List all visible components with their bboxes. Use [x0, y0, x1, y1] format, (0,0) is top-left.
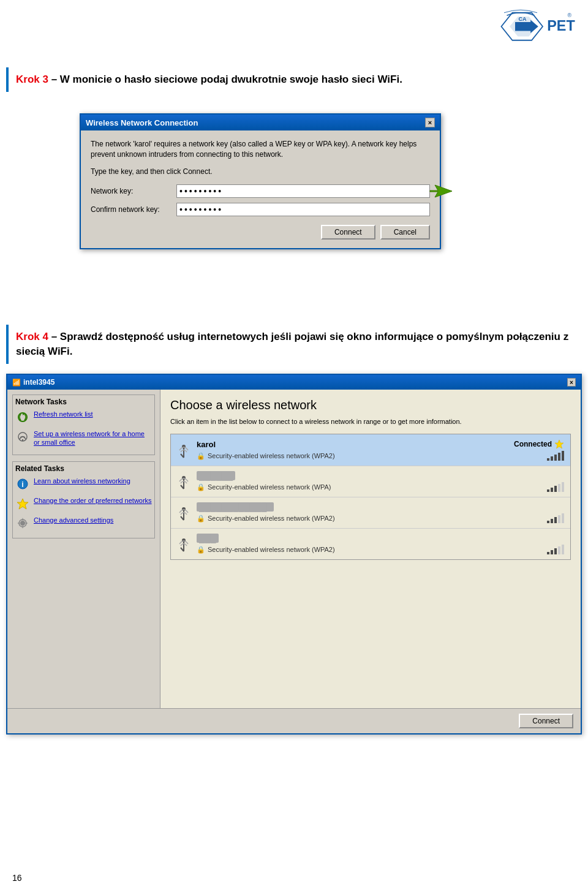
right-panel: Choose a wireless network Click an item … [160, 390, 581, 708]
titlebar-left: 📶 intel3945 [12, 378, 55, 387]
dialog-description: The network 'karol' requires a network k… [91, 139, 430, 160]
bar1 [547, 458, 549, 461]
bar3 [554, 548, 557, 554]
bar2 [551, 488, 553, 492]
network-name-3-blurred: ████████████T [197, 502, 274, 512]
related-tasks-title: Related Tasks [15, 464, 152, 473]
network-name-karol: karol [197, 440, 216, 449]
confirm-key-input-wrap [176, 203, 430, 216]
network-item-karol[interactable]: karol Connected 🔒 Security-enabled wirel… [171, 434, 570, 466]
intel3945-window: 📶 intel3945 × Network Tasks [6, 374, 582, 735]
dialog-body: The network 'karol' requires a network k… [81, 130, 440, 248]
bar5-dim [562, 513, 564, 523]
bar3 [554, 455, 557, 461]
bar4-dim [558, 484, 560, 492]
star-icon [15, 496, 30, 511]
step3-text: – W monicie o hasło sieciowe podaj dwukr… [48, 74, 402, 85]
network-item-2[interactable]: ██████ 🔒 Security-enabled wireless netwo… [171, 466, 570, 497]
choose-description: Click an item in the list below to conne… [170, 417, 571, 426]
task-setup-label: Set up a wireless network for a home or … [34, 429, 152, 447]
bar2 [551, 550, 553, 554]
dialog-close-button[interactable]: × [425, 118, 435, 127]
bar1 [547, 521, 549, 523]
network-item-3[interactable]: ████████████T 🔒 Security-enabled wireles… [171, 497, 570, 529]
wifi-antenna-icon-3 [177, 504, 190, 521]
network-key-row: Network key: [91, 184, 430, 198]
settings-icon [15, 516, 30, 531]
task-change-order[interactable]: Change the order of preferred networks [15, 496, 152, 511]
dialog-title: Wireless Network Connection [86, 118, 198, 127]
network-info-karol: karol Connected 🔒 Security-enabled wirel… [197, 439, 564, 461]
network-type-4: 🔒 Security-enabled wireless network (WPA… [197, 545, 564, 554]
task-setup-wireless[interactable]: Set up a wireless network for a home or … [15, 429, 152, 447]
related-tasks-group: Related Tasks i Learn about wireless net… [12, 461, 155, 538]
connected-status-text: Connected [514, 440, 552, 448]
intel-close-button[interactable]: × [567, 378, 576, 387]
signal-4 [547, 545, 564, 554]
task-order-label: Change the order of preferred networks [34, 496, 152, 505]
confirm-key-row: Confirm network key: [91, 203, 430, 216]
network-list: karol Connected 🔒 Security-enabled wirel… [170, 434, 571, 560]
dialog-titlebar: Wireless Network Connection × [81, 115, 440, 130]
step3-label: Krok 3 [16, 74, 48, 85]
task-learn-wireless[interactable]: i Learn about wireless networking [15, 477, 152, 491]
signal-2 [547, 482, 564, 492]
network-key-input-wrap [176, 184, 430, 198]
task-refresh-label: Refresh network list [34, 410, 93, 418]
network-name-row-karol: karol Connected [197, 439, 564, 449]
intel-content: Network Tasks Refresh network list [7, 390, 581, 708]
step4-heading: Krok 4 – Sprawdź dostępność usług intern… [6, 325, 582, 364]
svg-text:®: ® [568, 12, 572, 18]
bar4 [558, 453, 560, 461]
confirm-key-input[interactable] [176, 203, 430, 216]
dialog-fields: Network key: Confirm network key: [91, 184, 430, 216]
step4-text: – Sprawdź dostępność usług internetowych… [16, 331, 568, 357]
bar5-dim [562, 482, 564, 492]
network-key-input[interactable] [176, 184, 430, 198]
arrow-indicator [429, 182, 453, 200]
svg-marker-8 [17, 499, 28, 509]
network-tasks-group: Network Tasks Refresh network list [12, 395, 155, 455]
network-type-2: 🔒 Security-enabled wireless network (WPA… [197, 482, 564, 492]
choose-title: Choose a wireless network [170, 398, 571, 412]
left-panel: Network Tasks Refresh network list [7, 390, 160, 708]
svg-text:CA: CA [518, 16, 526, 22]
wifi-titlebar-icon: 📶 [12, 379, 21, 387]
lock-icon-2: 🔒 [197, 483, 205, 491]
bar3 [554, 517, 557, 523]
lock-icon-3: 🔒 [197, 515, 205, 523]
lock-icon-4: 🔒 [197, 546, 205, 554]
network-name-row-3: ████████████T [197, 502, 564, 512]
network-type-karol: 🔒 Security-enabled wireless network (WPA… [197, 451, 564, 461]
logo: PETRUS ® CA [466, 6, 576, 55]
intel-connect-button[interactable]: Connect [519, 714, 573, 728]
bar4-dim [558, 515, 560, 523]
network-tasks-title: Network Tasks [15, 398, 152, 406]
task-refresh-network[interactable]: Refresh network list [15, 410, 152, 425]
bar1 [547, 552, 549, 554]
network-info-2: ██████ 🔒 Security-enabled wireless netwo… [197, 471, 564, 492]
network-type-3: 🔒 Security-enabled wireless network (WPA… [197, 513, 564, 523]
info-icon: i [15, 477, 30, 491]
step4-label: Krok 4 [16, 331, 48, 342]
connect-button[interactable]: Connect [321, 225, 375, 240]
cancel-button[interactable]: Cancel [380, 225, 430, 240]
bar5 [562, 451, 564, 461]
intel-bottom-bar: Connect [7, 708, 581, 733]
intel-titlebar: 📶 intel3945 × [7, 375, 581, 390]
bar4-dim [558, 546, 560, 554]
page-number: 16 [12, 873, 22, 883]
wifi-antenna-icon-2 [177, 473, 190, 490]
intel-window-title: intel3945 [23, 378, 55, 387]
network-name-4-blurred: ███ [197, 534, 219, 543]
refresh-icon [15, 410, 30, 425]
dialog-instruction: Type the key, and then click Connect. [91, 167, 430, 176]
task-advanced-label: Change advanced settings [34, 516, 113, 524]
svg-text:i: i [21, 480, 23, 489]
setup-icon [15, 429, 30, 444]
task-advanced-settings[interactable]: Change advanced settings [15, 516, 152, 531]
confirm-key-label: Confirm network key: [91, 205, 176, 214]
task-learn-label: Learn about wireless networking [34, 477, 130, 485]
network-name-2-blurred: ██████ [197, 471, 235, 480]
network-item-4[interactable]: ███ 🔒 Security-enabled wireless network … [171, 529, 570, 559]
